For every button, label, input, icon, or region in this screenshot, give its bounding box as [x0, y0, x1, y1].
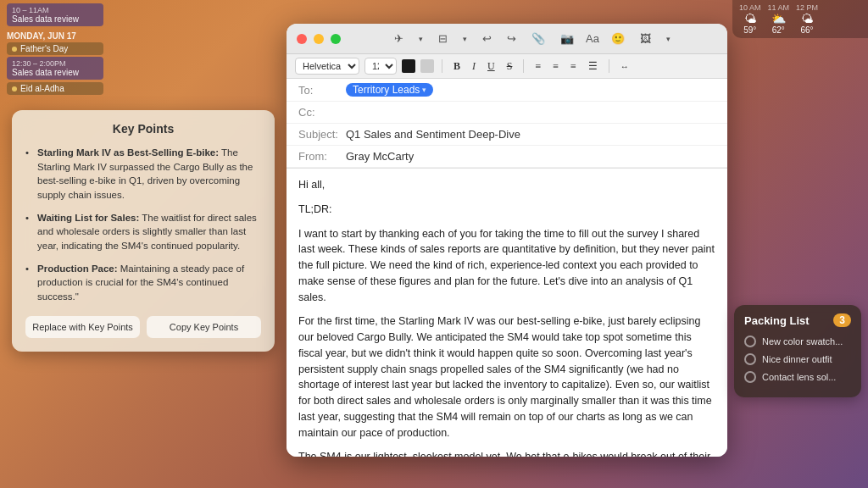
event-1-time: 10 – 11AM	[12, 6, 98, 14]
list-button[interactable]: ☰	[585, 58, 601, 75]
weather-time-0: 10 AM	[739, 3, 761, 12]
key-point-0: Starling Mark IV as Best-Selling E-bike:…	[25, 146, 261, 202]
weather-item-1: 11 AM ⛅ 62°	[768, 3, 790, 35]
event-1-title: Sales data review	[12, 14, 98, 24]
photo-button[interactable]: 📷	[557, 30, 577, 47]
cc-label: Cc:	[298, 106, 346, 119]
packing-item-0-text: New color swatch...	[762, 336, 843, 347]
toolbar-divider-3	[609, 59, 609, 73]
email-body[interactable]: Hi all, TL;DR: I want to start by thanki…	[287, 169, 727, 457]
align-center-button[interactable]: ≡	[549, 58, 562, 75]
subject-field-row: Subject: Q1 Sales and Sentiment Deep-Div…	[287, 124, 727, 146]
font-size-select[interactable]: 12	[364, 58, 397, 75]
email-greeting: Hi all,	[298, 177, 715, 193]
key-points-buttons: Replace with Key Points Copy Key Points	[25, 316, 261, 338]
calendar-widget: 10 – 11AM Sales data review MONDAY, JUN …	[0, 0, 110, 100]
packing-item-2-text: Contact lens sol...	[762, 372, 836, 382]
toolbar-divider-1	[442, 59, 442, 73]
formatting-options-button[interactable]: ▾	[459, 33, 470, 45]
email-titlebar: ✈ ▾ ⊟ ▾ ↩ ↪ 📎 📷 Aa 🙂 🖼 ▾	[287, 24, 727, 54]
font-select[interactable]: Helvetica	[295, 58, 359, 75]
weather-widget: 10 AM 🌤 59° 11 AM ⛅ 62° 12 PM 🌤 66°	[732, 0, 868, 38]
replace-key-points-button[interactable]: Replace with Key Points	[25, 316, 140, 338]
weather-temp-2: 66°	[800, 25, 813, 35]
emoji-button[interactable]: 🙂	[608, 30, 628, 47]
email-window: ✈ ▾ ⊟ ▾ ↩ ↪ 📎 📷 Aa 🙂 🖼 ▾ Helvetica 12 B …	[287, 24, 727, 457]
email-header-fields: To: Territory Leads ▾ Cc: Subject: Q1 Sa…	[287, 79, 727, 169]
undo-button[interactable]: ↩	[479, 30, 495, 47]
packing-item-1: Nice dinner outfit	[744, 353, 851, 365]
to-field-row: To: Territory Leads ▾	[287, 79, 727, 102]
italic-button[interactable]: I	[469, 58, 479, 75]
underline-button[interactable]: U	[484, 58, 498, 75]
email-paragraph-0: I want to start by thanking each of you …	[298, 226, 715, 306]
holiday-1-label: Father's Day	[20, 44, 68, 53]
formatting-button[interactable]: ⊟	[435, 30, 451, 47]
extra-format-button[interactable]: ↔	[617, 60, 632, 73]
maximize-button[interactable]	[331, 34, 341, 44]
weather-item-0: 10 AM 🌤 59°	[739, 3, 761, 35]
calendar-event-2: 12:30 – 2:00PM Sales data review	[7, 57, 103, 80]
packing-item-1-text: Nice dinner outfit	[762, 354, 832, 364]
holiday-2-label: Eid al-Adha	[20, 84, 64, 93]
packing-item-0: New color swatch...	[744, 336, 851, 347]
weather-time-1: 11 AM	[768, 3, 790, 12]
weather-temp-1: 62°	[772, 25, 785, 35]
subject-label: Subject:	[298, 128, 346, 141]
packing-title: Packing List	[744, 314, 810, 327]
weather-item-2: 12 PM 🌤 66°	[796, 3, 818, 35]
key-points-panel: Key Points Starling Mark IV as Best-Sell…	[12, 110, 275, 352]
packing-header: Packing List 3	[744, 313, 851, 327]
bold-button[interactable]: B	[450, 58, 464, 75]
key-point-2-label: Production Pace:	[37, 263, 118, 274]
event-2-title: Sales data review	[12, 68, 98, 77]
image-options-button[interactable]: 🖼	[637, 30, 654, 47]
weather-time-2: 12 PM	[796, 3, 818, 12]
subject-value: Q1 Sales and Sentiment Deep-Dive	[346, 128, 520, 141]
cc-field-row[interactable]: Cc:	[287, 102, 727, 124]
copy-key-points-button[interactable]: Copy Key Points	[147, 316, 261, 338]
minimize-button[interactable]	[314, 34, 324, 44]
packing-list-widget: Packing List 3 New color swatch... Nice …	[734, 305, 861, 397]
send-options-button[interactable]: ▾	[415, 33, 426, 45]
image-dropdown-button[interactable]: ▾	[663, 33, 674, 45]
from-value: Gray McCarty	[346, 150, 414, 163]
align-left-button[interactable]: ≡	[531, 58, 544, 75]
email-paragraph-1: For the first time, the Starling Mark IV…	[298, 313, 715, 441]
email-format-toolbar: Helvetica 12 B I U S ≡ ≡ ≡ ☰ ↔	[287, 54, 727, 79]
key-point-2: Production Pace: Maintaining a steady pa…	[25, 262, 261, 304]
email-paragraph-2: The SM4 is our lightest, sleekest model …	[298, 449, 715, 457]
redo-button[interactable]: ↪	[504, 30, 520, 47]
holiday-dot-1	[12, 47, 17, 52]
territory-leads-text: Territory Leads	[353, 84, 420, 96]
strikethrough-button[interactable]: S	[504, 58, 516, 75]
packing-circle-0	[744, 336, 756, 347]
weather-icon-2: 🌤	[801, 12, 813, 25]
holiday-dot-2	[12, 86, 17, 92]
key-point-1-label: Waiting List for Sales:	[37, 213, 139, 223]
packing-circle-1	[744, 353, 756, 365]
packing-item-2: Contact lens sol...	[744, 371, 851, 383]
from-field-row: From: Gray McCarty	[287, 146, 727, 168]
font-label: Aa	[586, 32, 599, 45]
holiday-1: Father's Day	[7, 42, 103, 55]
highlight-color-swatch[interactable]	[420, 59, 434, 73]
close-button[interactable]	[297, 34, 307, 44]
weather-icon-0: 🌤	[744, 12, 756, 25]
key-points-list: Starling Mark IV as Best-Selling E-bike:…	[25, 146, 261, 304]
territory-leads-tag[interactable]: Territory Leads ▾	[346, 83, 433, 97]
toolbar-divider-2	[523, 59, 524, 73]
packing-count: 3	[833, 313, 851, 327]
align-right-button[interactable]: ≡	[567, 58, 580, 75]
from-label: From:	[298, 150, 346, 163]
holiday-2: Eid al-Adha	[7, 82, 103, 95]
key-point-0-label: Starling Mark IV as Best-Selling E-bike:	[37, 147, 219, 158]
email-tldr: TL;DR:	[298, 202, 715, 218]
event-2-time: 12:30 – 2:00PM	[12, 59, 98, 68]
send-button[interactable]: ✈	[391, 30, 407, 47]
weather-icon-1: ⛅	[771, 12, 786, 25]
text-color-swatch[interactable]	[402, 59, 415, 73]
calendar-event-1: 10 – 11AM Sales data review	[7, 3, 103, 26]
attach-button[interactable]: 📎	[528, 30, 548, 47]
key-point-1: Waiting List for Sales: The waitlist for…	[25, 211, 261, 253]
